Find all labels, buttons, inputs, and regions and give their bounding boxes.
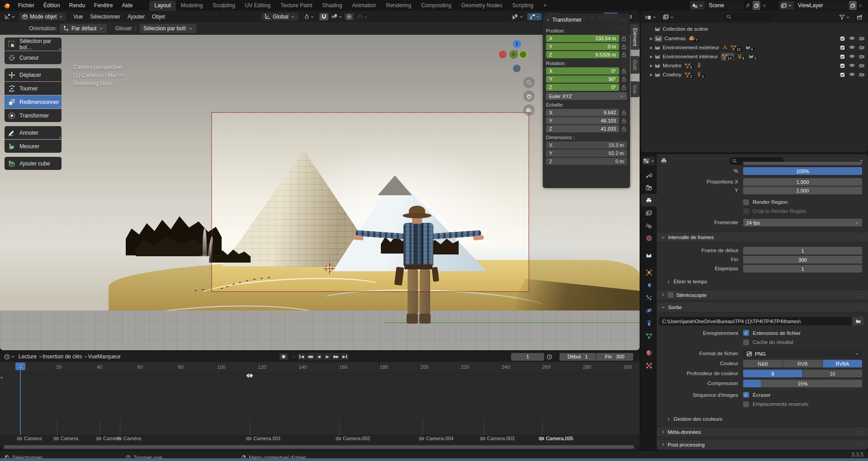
eye-icon[interactable]	[849, 36, 855, 41]
timeline-editor-type[interactable]	[2, 353, 17, 361]
compression-slider[interactable]: 15%	[743, 380, 862, 387]
outliner-search[interactable]	[724, 13, 774, 21]
menu-fichier[interactable]: Fichier	[14, 1, 38, 10]
stereoscopy-checkbox[interactable]	[668, 292, 674, 298]
delete-scene-icon[interactable]	[761, 1, 768, 10]
gizmo-y-ball[interactable]: Y	[509, 50, 518, 59]
tool-tourner[interactable]: Tourner	[5, 82, 62, 95]
outliner-row-environnement-int-rieur[interactable]: ▶Environnement intérieur1483	[641, 52, 868, 61]
properties-tab-texture[interactable]	[641, 359, 657, 372]
frame-end-field[interactable]: 300	[743, 256, 862, 263]
collapse-icon[interactable]	[546, 18, 550, 22]
camera-marker-cam-ra[interactable]: Caméra	[116, 436, 141, 441]
tool-redimensionner[interactable]: Redimensionner	[5, 95, 62, 108]
workspace-tab-+[interactable]: +	[538, 0, 551, 11]
np-rotation-z[interactable]: Z0°	[546, 84, 619, 91]
camera-visibility-icon[interactable]	[859, 72, 864, 77]
orientation-dropdown[interactable]: Global	[261, 13, 298, 21]
np-rotation-x[interactable]: X0°	[546, 67, 619, 75]
viewlayer-name[interactable]: ViewLayer	[794, 1, 849, 10]
file-extensions-checkbox[interactable]: ✓	[743, 330, 749, 336]
playhead-line[interactable]	[20, 362, 21, 435]
checkbox-icon[interactable]	[840, 63, 845, 68]
properties-tab-material[interactable]	[641, 347, 657, 359]
sidebar-tab-élément[interactable]: Élément	[631, 24, 640, 50]
section-metadata[interactable]: Méta-données ::::	[657, 427, 868, 437]
segment-rvba[interactable]: RVBA	[823, 360, 862, 367]
timeline-menu-lecture[interactable]: Lecture	[19, 353, 43, 360]
collection-name[interactable]: Cowboy	[663, 72, 682, 77]
frame-end-box[interactable]: Fin 300	[596, 353, 633, 361]
timeline-scrollbar[interactable]	[0, 445, 640, 449]
transform-orientation-dropdown[interactable]: Par défaut	[60, 24, 107, 33]
falloff-dropdown[interactable]	[355, 13, 370, 20]
proportional-edit-toggle[interactable]	[345, 13, 354, 20]
filter-button[interactable]	[837, 14, 852, 21]
frame-step-field[interactable]: 1	[743, 265, 862, 273]
viewport-menu-ajouter[interactable]: Ajouter	[124, 12, 148, 21]
np-dims-z[interactable]: Z0 m	[546, 158, 627, 165]
pct-slider[interactable]: 100%	[743, 167, 862, 175]
tool-s-lection-par-bo-[interactable]: Sélection par boî...	[5, 38, 62, 51]
collection-name[interactable]: Caméras	[664, 36, 686, 41]
properties-tab-render[interactable]	[641, 181, 657, 194]
gizmo-y2-ball[interactable]	[519, 50, 527, 59]
section-frame-range[interactable]: Intervalle de frames ::::	[657, 232, 868, 242]
workspace-tab-animation[interactable]: Animation	[347, 0, 381, 11]
rotation-mode-dropdown[interactable]: Euler XYZ	[546, 92, 627, 100]
camera-view-button[interactable]	[523, 104, 535, 116]
scene-icon[interactable]	[690, 1, 705, 10]
expand-arrow[interactable]: ▶	[650, 46, 655, 50]
mode-dropdown[interactable]: Mode objet	[19, 13, 66, 21]
checkbox-icon[interactable]	[840, 45, 845, 50]
use-preview-range-icon[interactable]	[546, 354, 552, 360]
format-dropdown[interactable]: PNG	[743, 350, 862, 358]
zoom-button[interactable]	[523, 77, 535, 88]
frame-start-box[interactable]: Début 1	[560, 353, 596, 361]
camera-marker-camera-004[interactable]: Camera.004	[419, 436, 454, 441]
camera-marker-camera-005[interactable]: Camera.005	[539, 436, 574, 441]
frame-start-field[interactable]: 1	[743, 247, 862, 254]
checkbox-icon[interactable]	[840, 36, 845, 41]
lock-open-icon[interactable]	[621, 126, 627, 132]
properties-editor-type[interactable]	[643, 157, 655, 165]
viewport-menu-objet[interactable]: Objet	[148, 12, 169, 21]
workspace-tab-rendering[interactable]: Rendering	[381, 0, 416, 11]
np-scale-y[interactable]: Y46.103	[546, 117, 619, 124]
pivot-dropdown[interactable]	[302, 13, 316, 20]
tool-annoter[interactable]: Annoter	[5, 126, 62, 139]
outliner-row-cam-ras[interactable]: ▶Caméras7	[641, 34, 868, 43]
eye-icon[interactable]	[849, 63, 855, 68]
outliner-filter-mode[interactable]	[661, 13, 676, 21]
properties-tab-physics[interactable]	[641, 304, 657, 317]
outliner-row-environnement-ext-rieur[interactable]: ▶Environnement extérieur124	[641, 43, 868, 52]
overwrite-checkbox[interactable]: ✓	[743, 392, 749, 398]
eye-icon[interactable]	[849, 45, 855, 50]
keyframe-diamond[interactable]	[249, 373, 254, 378]
collection-name[interactable]: Environnement extérieur	[663, 45, 719, 50]
workspace-tab-layout[interactable]: Layout	[149, 0, 175, 11]
gizmo-x-ball[interactable]	[499, 51, 507, 58]
playback-play-button[interactable]: ▶	[323, 353, 332, 360]
prop-x-field[interactable]: 1.000	[743, 178, 862, 186]
workspace-tab-modeling[interactable]: Modeling	[176, 0, 208, 11]
properties-tab-scene[interactable]	[641, 219, 657, 232]
camera-frame[interactable]	[212, 113, 529, 292]
camera-visibility-icon[interactable]	[859, 54, 864, 59]
scrollbar-thumb[interactable]	[4, 445, 634, 449]
np-dims-y[interactable]: Y92.2 m	[546, 150, 627, 157]
properties-tab-constraint[interactable]	[641, 317, 657, 329]
visibility-dropdown[interactable]	[510, 13, 525, 20]
subpanel-time-stretch[interactable]: Étirer le temps	[667, 279, 707, 284]
camera-marker-camera[interactable]: Camera	[53, 436, 78, 441]
tool-curseur[interactable]: Curseur	[5, 51, 62, 64]
sidebar-tab-vue[interactable]: Vue	[631, 81, 640, 97]
properties-tab-collection[interactable]	[641, 249, 657, 262]
np-scale-z[interactable]: Z41.033	[546, 125, 619, 132]
copy-viewlayer-icon[interactable]	[849, 1, 857, 10]
properties-tab-tool[interactable]	[641, 169, 657, 181]
framerate-dropdown[interactable]: 24 fps	[743, 219, 862, 226]
tool-ajouter-cube[interactable]: Ajouter cube	[5, 157, 62, 170]
placeholders-checkbox[interactable]	[743, 401, 749, 407]
editor-type-button[interactable]	[3, 13, 17, 20]
